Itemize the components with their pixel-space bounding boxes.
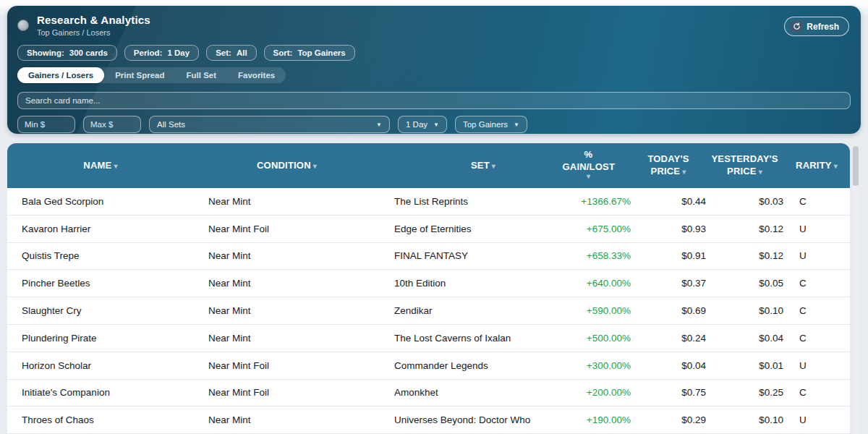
cell-name: Quistis Trepe [7,250,194,261]
cell-today-price: $0.91 [631,250,706,261]
chip-label: Set: [216,48,231,57]
refresh-button[interactable]: Refresh [784,17,849,36]
cell-rarity: C [783,387,850,398]
sort-icon: ▾ [313,162,317,170]
cell-yesterday-price: $0.03 [706,196,783,207]
column-header-yesterday-price[interactable]: YESTERDAY'S PRICE▾ [706,153,783,178]
tab-gainers-losers[interactable]: Gainers / Losers [17,67,104,83]
chevron-down-icon: ▼ [376,122,382,128]
cell-today-price: $0.04 [631,360,706,371]
cell-gain-percent: +300.00% [546,360,631,371]
cell-yesterday-price: $0.12 [706,224,783,234]
cell-rarity: U [783,224,850,234]
tab-full-set[interactable]: Full Set [176,67,228,83]
scrollbar-thumb[interactable] [853,146,859,186]
table-body: Bala Ged Scorpion Near Mint The List Rep… [7,188,850,434]
table-row[interactable]: Kavaron Harrier Near Mint Foil Edge of E… [7,216,850,243]
column-header-name[interactable]: NAME▾ [7,160,194,172]
cell-name: Throes of Chaos [7,414,194,425]
cell-today-price: $0.37 [631,278,706,289]
filter-summary-row: Showing: 300 cards Period: 1 Day Set: Al… [17,45,851,61]
filter-summary-chip: Showing: 300 cards [17,45,117,61]
view-tabs: Gainers / Losers Print Spread Full Set F… [17,67,286,83]
column-header-rarity[interactable]: RARITY▾ [783,160,850,172]
cell-name: Pincher Beetles [7,278,194,289]
sort-icon: ▾ [114,162,117,170]
cell-yesterday-price: $0.01 [706,360,783,371]
cell-rarity: U [783,250,850,261]
table-row[interactable]: Plundering Pirate Near Mint The Lost Cav… [7,325,850,352]
column-header-label: CONDITION [257,160,311,171]
table-row[interactable]: Quistis Trepe Near Mint FINAL FANTASY +6… [7,243,850,271]
sort-select[interactable]: Top Gainers ▼ [455,116,527,133]
chip-label: Sort: [273,48,293,57]
cell-condition: Near Mint Foil [194,387,380,398]
sort-icon: ▾ [492,162,495,170]
cell-rarity: U [783,360,850,371]
tab-favorites[interactable]: Favorites [227,67,286,83]
column-header-label: % GAIN/LOST [563,149,616,172]
cell-name: Plundering Pirate [7,333,194,344]
refresh-label: Refresh [807,22,839,32]
cell-set: FINAL FANTASY [380,250,546,261]
cell-gain-percent: +200.00% [546,387,631,398]
cell-condition: Near Mint [194,196,380,207]
column-header-today-price[interactable]: TODAY'S PRICE▾ [631,153,706,178]
cell-gain-percent: +1366.67% [546,196,631,207]
app-logo-icon [17,20,29,31]
sort-select-value: Top Gainers [463,120,508,129]
max-price-input[interactable] [83,116,141,133]
cell-gain-percent: +590.00% [546,305,631,316]
column-header-condition[interactable]: CONDITION▾ [194,160,380,172]
cell-gain-percent: +500.00% [546,333,631,344]
filter-summary-chip: Period: 1 Day [124,45,199,61]
set-select[interactable]: All Sets ▼ [149,116,390,133]
chevron-down-icon: ▼ [514,122,519,128]
cell-today-price: $0.29 [631,414,706,425]
column-header-label: SET [471,160,490,171]
column-header-label: YESTERDAY'S PRICE [712,153,778,176]
cell-rarity: C [783,278,850,289]
filters-row: All Sets ▼ 1 Day ▼ Top Gainers ▼ [17,116,851,133]
cell-set: Universes Beyond: Doctor Who [380,414,546,425]
cell-condition: Near Mint Foil [194,224,380,234]
cell-set: 10th Edition [380,278,546,289]
sort-icon: ▾ [834,162,838,170]
cell-yesterday-price: $0.10 [706,305,783,316]
cell-rarity: C [783,196,850,207]
column-header-gain[interactable]: % GAIN/LOST▾ [546,149,631,183]
cell-condition: Near Mint [194,305,380,316]
sort-icon: ▾ [759,168,762,176]
search-input[interactable] [17,92,851,109]
chevron-down-icon: ▼ [433,122,439,128]
min-price-input[interactable] [17,116,75,133]
table-row[interactable]: Initiate's Companion Near Mint Foil Amon… [7,380,850,407]
cell-name: Initiate's Companion [7,387,194,398]
cell-set: The Lost Caverns of Ixalan [380,333,546,344]
cell-condition: Near Mint [194,414,380,425]
cell-today-price: $0.93 [631,224,706,234]
table-row[interactable]: Pincher Beetles Near Mint 10th Edition +… [7,270,850,297]
tab-print-spread[interactable]: Print Spread [104,67,175,83]
table-row[interactable]: Slaughter Cry Near Mint Zendikar +590.00… [7,297,850,325]
cell-rarity: C [783,333,850,344]
cell-set: Edge of Eternities [380,224,546,234]
period-select[interactable]: 1 Day ▼ [398,116,447,133]
cell-today-price: $0.24 [631,333,706,344]
column-header-set[interactable]: SET▾ [380,160,546,172]
cell-yesterday-price: $0.04 [706,333,783,344]
cell-name: Slaughter Cry [7,305,194,316]
cell-condition: Near Mint [194,250,380,261]
scrollbar[interactable] [853,145,859,434]
table-row[interactable]: Bala Ged Scorpion Near Mint The List Rep… [7,188,850,216]
sort-icon: ▾ [563,173,615,179]
chip-label: Period: [134,48,163,57]
cell-condition: Near Mint Foil [194,360,380,371]
cell-today-price: $0.69 [631,305,706,316]
table-row[interactable]: Horizon Scholar Near Mint Foil Commander… [7,352,850,380]
chip-value: All [237,48,247,57]
table-row[interactable]: Throes of Chaos Near Mint Universes Beyo… [7,407,850,434]
cell-set: Zendikar [380,305,546,316]
chip-label: Showing: [27,48,64,57]
cell-name: Kavaron Harrier [7,224,194,234]
